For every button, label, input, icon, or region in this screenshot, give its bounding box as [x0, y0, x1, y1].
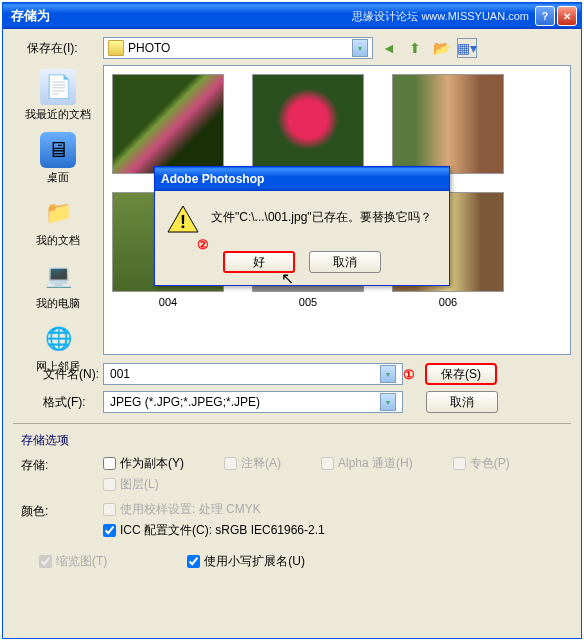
view-menu-icon[interactable]: ▦▾: [457, 38, 477, 58]
network-icon: 🌐: [40, 321, 76, 357]
dialog-ok-button[interactable]: 好: [223, 251, 295, 273]
sidebar-item-recent[interactable]: 📄 我最近的文档: [25, 69, 91, 122]
titlebar: 存储为 思缘设计论坛 www.MISSYUAN.com ? ✕: [3, 3, 581, 29]
color-label: 颜色:: [21, 501, 103, 539]
annotations-checkbox: 注释(A): [224, 455, 281, 472]
as-copy-checkbox[interactable]: 作为副本(Y): [103, 455, 184, 472]
desktop-icon: 🖥: [40, 132, 76, 168]
dialog-titlebar: Adobe Photoshop: [155, 167, 449, 191]
lookin-label: 保存在(I):: [13, 40, 103, 57]
recent-icon: 📄: [40, 69, 76, 105]
help-button[interactable]: ?: [535, 6, 555, 26]
layers-checkbox: 图层(L): [103, 476, 159, 493]
warning-icon: !: [167, 205, 199, 233]
dialog-title-text: Adobe Photoshop: [161, 172, 264, 186]
confirm-dialog: Adobe Photoshop ! 文件"C:\...\001.jpg"已存在。…: [154, 166, 450, 286]
lookin-value: PHOTO: [128, 41, 170, 55]
filename-input[interactable]: 001 ▾: [103, 363, 403, 385]
lookin-combo[interactable]: PHOTO ▾: [103, 37, 373, 59]
save-as-window: 存储为 思缘设计论坛 www.MISSYUAN.com ? ✕ 保存在(I): …: [2, 2, 582, 639]
sidebar-item-documents[interactable]: 📁 我的文档: [36, 195, 80, 248]
chevron-down-icon[interactable]: ▾: [352, 39, 368, 57]
up-icon[interactable]: ⬆: [405, 38, 425, 58]
cancel-button[interactable]: 取消: [426, 391, 498, 413]
proof-checkbox: 使用校样设置: 处理 CMYK: [103, 501, 563, 518]
computer-icon: 💻: [40, 258, 76, 294]
filename-label: 文件名(N):: [13, 366, 103, 383]
spot-checkbox: 专色(P): [453, 455, 510, 472]
save-button[interactable]: 保存(S): [425, 363, 497, 385]
divider: [13, 423, 571, 424]
svg-text:!: !: [180, 212, 186, 232]
icc-checkbox[interactable]: ICC 配置文件(C): sRGB IEC61966-2.1: [103, 522, 563, 539]
lowercase-checkbox[interactable]: 使用小写扩展名(U): [187, 553, 305, 570]
thumbnail-image: [252, 74, 364, 174]
chevron-down-icon[interactable]: ▾: [380, 365, 396, 383]
sidebar-item-computer[interactable]: 💻 我的电脑: [36, 258, 80, 311]
dialog-message: 文件"C:\...\001.jpg"已存在。要替换它吗？: [211, 205, 432, 226]
places-sidebar: 📄 我最近的文档 🖥 桌面 📁 我的文档 💻 我的电脑 🌐 网上邻: [13, 65, 103, 355]
folder-icon: [108, 40, 124, 56]
watermark-text: 思缘设计论坛 www.MISSYUAN.com: [352, 9, 529, 24]
thumbnail-image: [392, 74, 504, 174]
sidebar-item-desktop[interactable]: 🖥 桌面: [40, 132, 76, 185]
marker-1: ①: [403, 367, 415, 382]
format-combo[interactable]: JPEG (*.JPG;*.JPEG;*.JPE) ▾: [103, 391, 403, 413]
save-options-group: 存储选项 存储: 作为副本(Y) 注释(A) Alpha 通道(H) 专色(P)…: [13, 432, 571, 570]
dialog-cancel-button[interactable]: 取消: [309, 251, 381, 273]
format-label: 格式(F):: [13, 394, 103, 411]
thumbnail-item[interactable]: [112, 74, 224, 174]
thumbnail-image: [112, 74, 224, 174]
documents-icon: 📁: [40, 195, 76, 231]
window-title: 存储为: [7, 7, 352, 25]
close-button[interactable]: ✕: [557, 6, 577, 26]
thumbnail-item[interactable]: [252, 74, 364, 174]
alpha-checkbox: Alpha 通道(H): [321, 455, 413, 472]
back-icon[interactable]: ◄: [379, 38, 399, 58]
thumbnail-checkbox: 缩览图(T): [39, 553, 107, 570]
options-title: 存储选项: [21, 432, 563, 449]
chevron-down-icon[interactable]: ▾: [380, 393, 396, 411]
marker-2: ②: [197, 237, 209, 252]
new-folder-icon[interactable]: 📂: [431, 38, 451, 58]
thumbnail-item[interactable]: [392, 74, 504, 174]
store-label: 存储:: [21, 455, 103, 493]
